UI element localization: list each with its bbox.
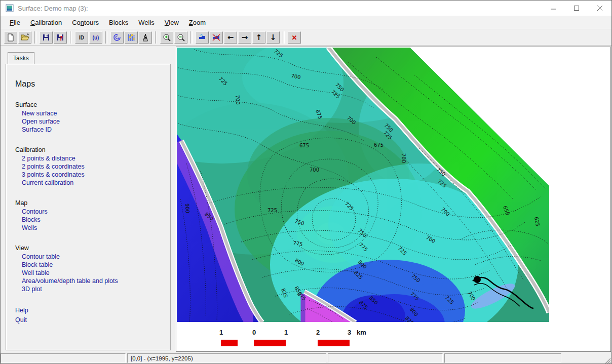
scale-bar-segment: [318, 340, 350, 346]
map-panel: 7257007257007507256757007507257007507256…: [176, 47, 611, 352]
sidebar-link-2-points-coordinates[interactable]: 2 points & coordinates: [15, 163, 165, 171]
save-icon: [42, 33, 50, 42]
wells-button[interactable]: [139, 31, 152, 44]
save-as-button[interactable]: ?: [54, 31, 67, 44]
minimize-icon: [550, 5, 556, 11]
pan-left-button[interactable]: ←: [224, 31, 237, 44]
sidebar-link-quit[interactable]: Quit: [15, 316, 165, 324]
pan-off-icon: [212, 33, 220, 42]
title-bar: Surface: Demo map (3):: [1, 1, 611, 16]
arrow-up-icon: ↑: [256, 33, 262, 42]
sidebar-link-surface-id[interactable]: Surface ID: [15, 126, 165, 134]
contour-label: 700: [235, 95, 241, 105]
sidebar-link-block-table[interactable]: Block table: [15, 261, 165, 269]
sidebar-link-current-calibration[interactable]: Current calibration: [15, 179, 165, 187]
window-title: Surface: Demo map (3):: [18, 5, 88, 12]
sidebar-link-3d-plot[interactable]: 3D plot: [15, 285, 165, 293]
contour-label: 725: [267, 208, 277, 213]
scale-bar-segment: [254, 340, 286, 346]
zoom-in-icon: [163, 33, 171, 42]
menu-contours[interactable]: Contours: [67, 17, 104, 28]
open-file-button[interactable]: [18, 31, 31, 44]
well-tower-icon: [141, 33, 149, 42]
sidebar-link-open-surface[interactable]: Open surface: [15, 117, 165, 126]
tab-tasks[interactable]: Tasks: [8, 52, 34, 64]
status-panel: [444, 353, 561, 363]
save-button[interactable]: [40, 31, 53, 44]
menu-calibration[interactable]: Calibration: [25, 17, 67, 28]
pan-tool-button[interactable]: [196, 31, 209, 44]
pan-down-button[interactable]: ↓: [266, 31, 280, 44]
toolbar-separator: [34, 31, 36, 44]
scale-label: 1: [284, 329, 288, 336]
delete-red-x-icon: ✕: [292, 34, 297, 42]
status-panel: [328, 353, 443, 363]
section-heading-view: View: [15, 244, 165, 253]
sidebar-link-new-surface[interactable]: New surface: [15, 109, 165, 117]
zoom-out-button[interactable]: [174, 31, 187, 44]
contour-label: 700: [310, 167, 319, 173]
arrow-left-icon: ←: [227, 33, 234, 42]
pan-tool-icon: [198, 33, 206, 42]
new-file-button[interactable]: [4, 31, 17, 44]
grid-icon: [127, 33, 135, 42]
menu-blocks[interactable]: Blocks: [104, 17, 133, 28]
scale-label: 1: [219, 329, 223, 336]
toolbar-separator: [190, 31, 193, 44]
toolbar-separator: [105, 31, 107, 44]
toolbar-separator: [283, 31, 285, 44]
sidebar-link-contour-table[interactable]: Contour table: [15, 253, 165, 261]
surface-id-button[interactable]: ID: [75, 31, 88, 44]
maximize-icon: [573, 5, 580, 11]
sidebar-link-wells[interactable]: Wells: [15, 224, 165, 232]
pan-up-button[interactable]: ↑: [252, 31, 265, 44]
delete-button[interactable]: ✕: [288, 31, 301, 44]
map-image-icon: [6, 4, 14, 12]
sidebar-link-area-volume-depth-table-and-plots[interactable]: Area/volume/depth table and plots: [15, 277, 165, 285]
scale-label: 0: [252, 329, 256, 336]
status-coordinates: [0,0] - (x=1995, y=2205): [127, 353, 326, 363]
sidebar-link-well-table[interactable]: Well table: [15, 269, 165, 277]
svg-text:?: ?: [59, 35, 63, 42]
status-panel: [1, 353, 126, 363]
contour-label: 700: [401, 153, 407, 163]
menu-view[interactable]: View: [160, 17, 184, 28]
pan-right-button[interactable]: →: [238, 31, 251, 44]
maximize-button[interactable]: [565, 1, 588, 16]
section-heading-map: Map: [15, 199, 165, 208]
scale-bar-segment: [221, 340, 238, 346]
calibration-button[interactable]: [110, 31, 124, 44]
minimize-button[interactable]: [542, 1, 565, 16]
contour-label: 675: [299, 143, 309, 148]
close-button[interactable]: [588, 1, 611, 16]
sidebar-link-help[interactable]: Help: [15, 306, 165, 314]
section-heading-calibration: Calibration: [15, 146, 165, 154]
id-label: ID: [79, 35, 84, 41]
contour-label: 900: [184, 204, 190, 213]
save-question-icon: ?: [56, 33, 64, 42]
map-scale-bar: 10123km: [176, 329, 551, 352]
sidebar-link-contours[interactable]: Contours: [15, 208, 165, 216]
pan-off-button[interactable]: [210, 31, 223, 44]
menu-file[interactable]: File: [5, 17, 25, 28]
arrow-right-icon: →: [242, 33, 248, 42]
section-heading-surface: Surface: [15, 101, 165, 109]
sidebar-link-2-points-distance[interactable]: 2 points & distance: [15, 154, 165, 163]
toolbar: ? ID (u) ← → ↑ ↓ ✕: [1, 30, 611, 46]
new-file-icon: [7, 33, 15, 42]
open-folder-icon: [21, 33, 29, 42]
zoom-out-icon: [177, 33, 185, 42]
resize-grip[interactable]: [604, 357, 611, 364]
calibration-swirl-icon: [113, 33, 121, 42]
contour-map-canvas[interactable]: 7257007257007507256757007507257007507256…: [176, 47, 550, 322]
zoom-in-button[interactable]: [160, 31, 173, 44]
blocks-grid-button[interactable]: [125, 31, 138, 44]
contour-label: 675: [374, 142, 384, 148]
units-button[interactable]: (u): [89, 31, 102, 44]
toolbar-separator: [70, 31, 72, 44]
menu-zoom[interactable]: Zoom: [184, 17, 211, 28]
menu-wells[interactable]: Wells: [133, 17, 160, 28]
tasks-sidebar: Tasks Maps SurfaceNew surfaceOpen surfac…: [2, 47, 175, 352]
sidebar-link-3-points-coordinates[interactable]: 3 points & coordinates: [15, 171, 165, 179]
sidebar-link-blocks[interactable]: Blocks: [15, 216, 165, 224]
